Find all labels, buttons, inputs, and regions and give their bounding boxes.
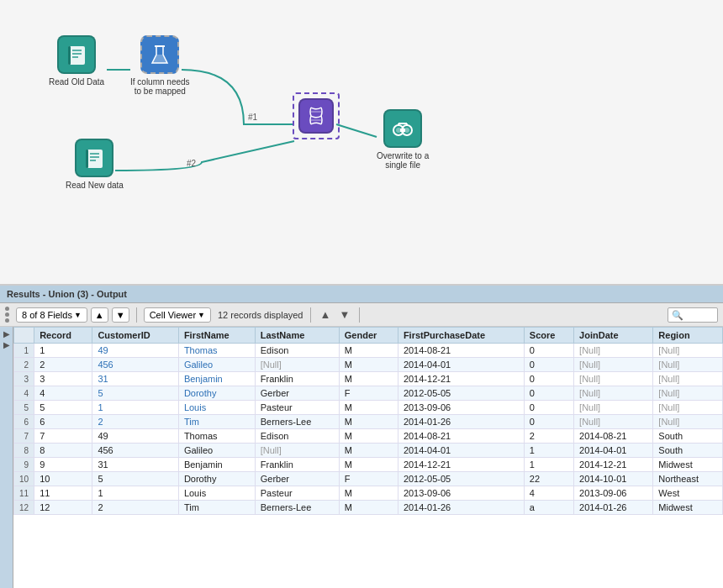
table-cell: [Null] [653, 344, 723, 358]
row-number: 7 [14, 429, 34, 444]
binoculars-icon [391, 117, 414, 140]
table-row[interactable]: 88456Galileo[Null]M2014-04-0112014-04-01… [14, 444, 723, 458]
table-cell: [Null] [653, 415, 723, 429]
table-cell: West [653, 486, 723, 501]
table-row[interactable]: 11111LouisPasteurM2013-09-0642013-09-06W… [14, 486, 723, 501]
table-cell: M [339, 458, 398, 472]
col-firstpurchasedate[interactable]: FirstPurchaseDate [398, 328, 524, 344]
table-cell: F [339, 386, 398, 401]
table-row[interactable]: 445DorothyGerberF2012-05-050[Null][Null] [14, 386, 723, 401]
scroll-down-btn[interactable]: ▼ [336, 308, 352, 321]
table-cell: Gerber [255, 386, 339, 401]
col-region[interactable]: Region [653, 328, 723, 344]
table-cell: M [339, 429, 398, 444]
table-cell: 2014-04-01 [574, 444, 653, 458]
col-joindate[interactable]: JoinDate [574, 328, 653, 344]
table-cell: Galileo [178, 358, 255, 372]
col-firstname[interactable]: FirstName [178, 328, 255, 344]
table-cell: 10 [34, 472, 92, 486]
nav-right-icon[interactable]: ▶ [3, 328, 11, 339]
fields-selector[interactable]: 8 of 8 Fields ▼ [16, 307, 87, 323]
table-cell: 49 [92, 429, 179, 444]
svg-text:#1: #1 [248, 113, 258, 122]
table-cell: [Null] [574, 386, 653, 401]
table-row[interactable]: 12122TimBerners-LeeM2014-01-26a2014-01-2… [14, 501, 723, 515]
table-cell: 0 [524, 372, 573, 386]
table-cell: 5 [34, 401, 92, 415]
search-input[interactable] [668, 307, 718, 323]
sort-desc-btn[interactable]: ▼ [112, 307, 129, 323]
table-row[interactable]: 10105DorothyGerberF2012-05-05222014-10-0… [14, 472, 723, 486]
table-row[interactable]: 3331BenjaminFranklinM2014-12-210[Null][N… [14, 372, 723, 386]
cell-viewer-btn[interactable]: Cell Viewer ▼ [144, 307, 211, 323]
table-cell: 22 [524, 472, 573, 486]
col-customerid[interactable]: CustomerID [92, 328, 179, 344]
table-cell: 31 [92, 372, 179, 386]
table-cell: Northeast [653, 472, 723, 486]
table-cell: Franklin [255, 458, 339, 472]
node-read-old-data[interactable]: Read Old Data [49, 35, 104, 87]
node-union-container[interactable] [293, 92, 340, 139]
col-gender[interactable]: Gender [339, 328, 398, 344]
table-cell: 2 [524, 429, 573, 444]
table-cell: [Null] [653, 358, 723, 372]
flask-icon [148, 43, 172, 66]
node-overwrite-label: Overwrite to asingle file [377, 151, 429, 170]
table-cell: 0 [524, 415, 573, 429]
table-cell: [Null] [574, 344, 653, 358]
nav-right-icon-2[interactable]: ▶ [3, 339, 11, 350]
table-cell: 2 [92, 501, 179, 515]
col-record[interactable]: Record [34, 328, 92, 344]
row-number: 6 [14, 415, 34, 429]
node-if-column[interactable]: If column needsto be mapped [130, 35, 190, 96]
svg-rect-5 [68, 46, 71, 65]
table-cell: Benjamin [178, 372, 255, 386]
table-row[interactable]: 22456Galileo[Null]M2014-04-010[Null][Nul… [14, 358, 723, 372]
table-cell: Midwest [653, 458, 723, 472]
node-read-new-data[interactable]: Read New data [66, 139, 124, 190]
table-cell: [Null] [653, 372, 723, 386]
book-icon-2 [82, 146, 106, 170]
table-cell: 5 [92, 472, 179, 486]
table-cell: 0 [524, 344, 573, 358]
table-cell: 456 [92, 444, 179, 458]
table-cell: 2014-01-26 [398, 501, 524, 515]
col-score[interactable]: Score [524, 328, 573, 344]
table-cell: Tim [178, 501, 255, 515]
table-cell: [Null] [255, 444, 339, 458]
row-number: 2 [14, 358, 34, 372]
data-table: Record CustomerID FirstName LastName Gen… [13, 327, 723, 515]
table-cell: F [339, 472, 398, 486]
table-cell: M [339, 344, 398, 358]
table-cell: 0 [524, 386, 573, 401]
svg-point-15 [396, 128, 401, 133]
table-cell: 0 [524, 401, 573, 415]
table-cell: 1 [524, 444, 573, 458]
col-lastname[interactable]: LastName [255, 328, 339, 344]
table-cell: Galileo [178, 444, 255, 458]
table-cell: [Null] [574, 372, 653, 386]
book-icon [65, 43, 88, 66]
scroll-up-btn[interactable]: ▲ [318, 308, 334, 321]
data-table-container: Record CustomerID FirstName LastName Gen… [13, 327, 723, 588]
table-row[interactable]: 662TimBerners-LeeM2014-01-260[Null][Null… [14, 415, 723, 429]
table-cell: 2014-08-21 [574, 429, 653, 444]
table-cell: [Null] [255, 358, 339, 372]
table-row[interactable]: 9931BenjaminFranklinM2014-12-2112014-12-… [14, 458, 723, 472]
table-cell: 1 [34, 344, 92, 358]
table-row[interactable]: 1149ThomasEdisonM2014-08-210[Null][Null] [14, 344, 723, 358]
row-number: 3 [14, 372, 34, 386]
table-cell: South [653, 429, 723, 444]
table-cell: Midwest [653, 501, 723, 515]
table-row[interactable]: 7749ThomasEdisonM2014-08-2122014-08-21So… [14, 429, 723, 444]
fields-label: 8 of 8 Fields [22, 310, 72, 320]
table-cell: a [524, 501, 573, 515]
table-cell: 4 [34, 386, 92, 401]
table-row[interactable]: 551LouisPasteurM2013-09-060[Null][Null] [14, 401, 723, 415]
svg-line-3 [336, 124, 377, 137]
node-overwrite[interactable]: Overwrite to asingle file [377, 109, 429, 170]
table-cell: 1 [92, 486, 179, 501]
sort-asc-btn[interactable]: ▲ [91, 307, 108, 323]
table-body: 1149ThomasEdisonM2014-08-210[Null][Null]… [14, 344, 723, 515]
table-cell: Berners-Lee [255, 501, 339, 515]
